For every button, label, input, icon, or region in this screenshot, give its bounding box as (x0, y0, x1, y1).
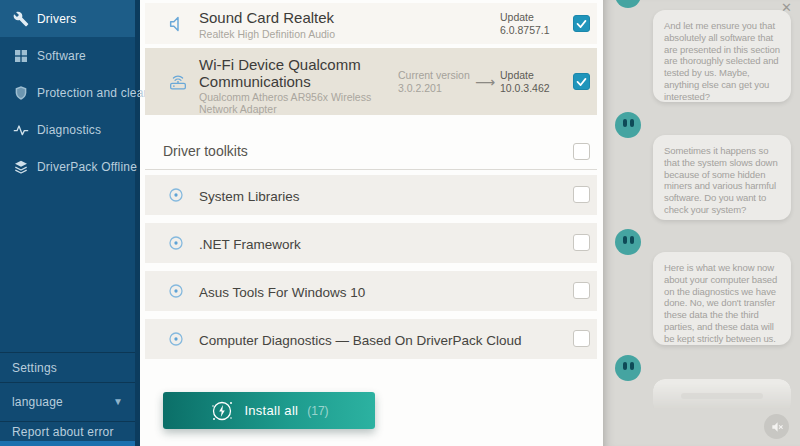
section-header-label: Driver toolkits (163, 143, 248, 159)
toolkit-label: Computer Diagnostics — Based On DriverPa… (199, 332, 522, 349)
driver-subtitle: Realtek High Definition Audio (199, 28, 335, 40)
toolkit-row-net-framework[interactable]: .NET Framework (145, 223, 597, 263)
driver-row-wifi[interactable]: Wi-Fi Device Qualcomm Communications Qua… (145, 48, 597, 115)
toolkit-row-asus-tools[interactable]: Asus Tools For Windows 10 (145, 271, 597, 311)
sidebar-item-label: Report about error (12, 425, 114, 439)
install-all-button[interactable]: Install all (17) (163, 392, 375, 429)
install-bolt-icon (209, 398, 235, 424)
grid-icon (13, 48, 29, 64)
sidebar-item-report-error[interactable]: Report about error (0, 421, 135, 441)
sidebar-bottom-strip (0, 441, 135, 446)
circle-dot-icon (167, 282, 185, 300)
update-label: Update (500, 69, 550, 82)
sidebar-item-language[interactable]: language ▼ (0, 382, 135, 421)
driver-checkbox[interactable] (573, 73, 590, 90)
driver-list-panel: Sound Card Realtek Realtek High Definiti… (145, 0, 603, 446)
sidebar-item-label: Settings (12, 361, 57, 375)
sidebar-bottom-group: Settings language ▼ Report about error (0, 352, 135, 446)
avatar-eye (630, 362, 634, 370)
muted-speaker-icon (770, 420, 784, 434)
section-checkbox[interactable] (573, 143, 590, 160)
sidebar: Drivers Software Protection and cleanup … (0, 0, 140, 446)
toolkit-checkbox[interactable] (573, 282, 590, 299)
shield-icon (13, 85, 29, 101)
install-all-count: (17) (307, 404, 328, 418)
sidebar-item-drivers[interactable]: Drivers (0, 0, 135, 37)
current-version-label: Current version (398, 69, 470, 82)
mute-button[interactable] (764, 414, 789, 439)
section-header-driver-toolkits: Driver toolkits (145, 134, 597, 169)
toolkit-checkbox[interactable] (573, 186, 590, 203)
arrow-right-icon: ⟶ (475, 74, 495, 90)
driver-title: Wi-Fi Device Qualcomm Communications (199, 56, 389, 90)
avatar-eye (623, 362, 627, 370)
assistant-avatar (615, 355, 641, 381)
toolkit-row-system-libraries[interactable]: System Libraries (145, 175, 597, 215)
sidebar-item-software[interactable]: Software (0, 37, 135, 74)
avatar-eye (630, 119, 634, 127)
assistant-avatar (615, 0, 641, 8)
circle-dot-icon (167, 186, 185, 204)
sidebar-item-label: DriverPack Offline (37, 160, 137, 174)
update-version: 10.0.3.462 (500, 82, 550, 95)
toolkit-row-computer-diagnostics[interactable]: Computer Diagnostics — Based On DriverPa… (145, 319, 597, 359)
sidebar-item-settings[interactable]: Settings (0, 352, 135, 382)
chevron-down-icon: ▼ (113, 396, 123, 407)
section-divider (145, 169, 597, 170)
sidebar-item-diagnostics[interactable]: Diagnostics (0, 111, 135, 148)
assistant-chat-panel: ✕ And let me ensure you that absolutely … (603, 0, 800, 446)
avatar-eye (630, 236, 634, 244)
driver-subtitle: Qualcomm Atheros AR956x Wireless Network… (199, 91, 411, 115)
chat-message: And let me ensure you that absolutely al… (653, 10, 791, 102)
sidebar-item-label: Software (37, 49, 86, 63)
wifi-router-icon (167, 71, 189, 93)
driverpack-window: Drivers Software Protection and cleanup … (0, 0, 800, 446)
fading-text-placeholder (681, 393, 762, 399)
speaker-icon (167, 13, 189, 35)
avatar-eye (623, 236, 627, 244)
current-version-block: Current version 3.0.2.201 (398, 69, 470, 95)
driver-title: Sound Card Realtek (199, 9, 334, 26)
driver-checkbox[interactable] (573, 15, 590, 32)
sidebar-item-label: language (12, 395, 63, 409)
toolkit-checkbox[interactable] (573, 234, 590, 251)
update-version-block: Update 10.0.3.462 (500, 69, 550, 95)
driver-row-sound-card[interactable]: Sound Card Realtek Realtek High Definiti… (145, 3, 597, 44)
sidebar-item-label: Drivers (37, 12, 76, 26)
chat-message-fading (653, 379, 791, 415)
install-all-label: Install all (244, 403, 298, 418)
toolkit-label: Asus Tools For Windows 10 (199, 284, 365, 301)
assistant-avatar (615, 112, 641, 138)
assistant-avatar (615, 229, 641, 255)
chat-message: Here is what we know now about your comp… (653, 252, 791, 345)
toolkit-label: .NET Framework (199, 236, 301, 253)
toolkit-label: System Libraries (199, 188, 300, 205)
sidebar-item-driverpack-offline[interactable]: DriverPack Offline (0, 148, 135, 185)
update-label: Update (500, 11, 550, 24)
layers-icon (13, 159, 29, 175)
wrench-icon (13, 11, 29, 27)
chat-message: Sometimes it happens so that the system … (653, 135, 791, 220)
sidebar-item-label: Diagnostics (37, 123, 101, 137)
sidebar-item-protection[interactable]: Protection and cleanup (0, 74, 135, 111)
pulse-icon (13, 122, 29, 138)
update-version: 6.0.8757.1 (500, 24, 550, 37)
circle-dot-icon (167, 330, 185, 348)
circle-dot-icon (167, 234, 185, 252)
avatar-eye (623, 119, 627, 127)
current-version-value: 3.0.2.201 (398, 82, 470, 95)
update-version-block: Update 6.0.8757.1 (500, 11, 550, 37)
toolkit-checkbox[interactable] (573, 330, 590, 347)
